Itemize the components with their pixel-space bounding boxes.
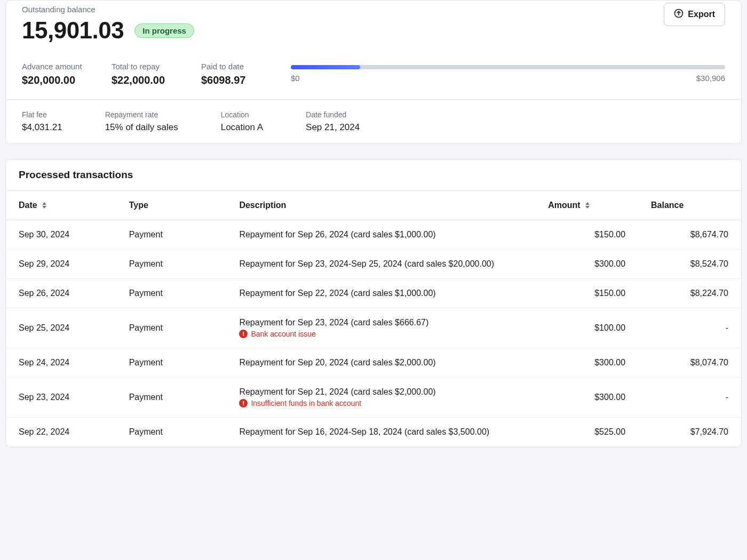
transactions-title: Processed transactions (19, 169, 728, 181)
metric-advance: Advance amount $20,000.00 (22, 62, 86, 86)
detail-value: 15% of daily sales (105, 122, 178, 133)
description-text: Repayment for Sep 20, 2024 (card sales $… (239, 358, 522, 367)
error-text: Insufficient funds in bank account (251, 399, 361, 407)
col-header-label: Balance (651, 201, 684, 210)
progress-min-label: $0 (291, 74, 300, 83)
detail-value: Location A (221, 122, 263, 133)
cell-description: Repayment for Sep 20, 2024 (card sales $… (226, 348, 535, 378)
export-button-label: Export (688, 10, 715, 19)
error-icon: ! (239, 330, 248, 338)
metric-value: $22,000.00 (112, 74, 176, 86)
transactions-card: Processed transactions Date (5, 159, 742, 447)
col-header-type: Type (116, 191, 227, 220)
cell-amount: $300.00 (535, 348, 638, 378)
cell-type: Payment (116, 220, 227, 250)
upload-icon (674, 9, 684, 20)
detail-label: Location (221, 110, 263, 119)
cell-date: Sep 26, 2024 (6, 279, 116, 308)
description-text: Repayment for Sep 23, 2024 (card sales $… (239, 318, 522, 327)
cell-amount: $150.00 (535, 279, 638, 308)
cell-amount: $525.00 (535, 418, 638, 447)
metric-paid: Paid to date $6098.97 (201, 62, 265, 86)
description-text: Repayment for Sep 23, 2024-Sep 25, 2024 … (239, 259, 522, 269)
progress-track (291, 65, 725, 69)
cell-description: Repayment for Sep 16, 2024-Sep 18, 2024 … (226, 418, 535, 447)
cell-date: Sep 30, 2024 (6, 220, 116, 250)
cell-balance: $8,674.70 (638, 220, 741, 250)
cell-date: Sep 22, 2024 (6, 418, 116, 447)
export-button[interactable]: Export (664, 3, 725, 26)
cell-description: Repayment for Sep 26, 2024 (card sales $… (226, 220, 535, 250)
cell-amount: $300.00 (535, 378, 638, 418)
metric-label: Paid to date (201, 62, 265, 71)
description-error: !Bank account issue (239, 330, 522, 338)
cell-date: Sep 29, 2024 (6, 250, 116, 279)
sort-icon (585, 202, 590, 209)
outstanding-balance-label: Outstanding balance (22, 5, 725, 14)
col-header-date[interactable]: Date (6, 191, 116, 220)
cell-description: Repayment for Sep 21, 2024 (card sales $… (226, 378, 535, 418)
detail-repayment-rate: Repayment rate 15% of daily sales (105, 110, 178, 133)
cell-amount: $150.00 (535, 220, 638, 250)
detail-value: $4,031.21 (22, 122, 62, 133)
metric-total: Total to repay $22,000.00 (112, 62, 176, 86)
description-error: !Insufficient funds in bank account (239, 399, 522, 407)
progress-fill (291, 65, 360, 69)
table-row[interactable]: Sep 23, 2024PaymentRepayment for Sep 21,… (6, 378, 741, 418)
cell-type: Payment (116, 250, 227, 279)
col-header-amount[interactable]: Amount (535, 191, 638, 220)
progress-max-label: $30,906 (696, 74, 725, 83)
cell-date: Sep 25, 2024 (6, 308, 116, 348)
table-row[interactable]: Sep 30, 2024PaymentRepayment for Sep 26,… (6, 220, 741, 250)
detail-date-funded: Date funded Sep 21, 2024 (306, 110, 360, 133)
cell-description: Repayment for Sep 22, 2024 (card sales $… (226, 279, 535, 308)
metric-value: $20,000.00 (22, 74, 86, 86)
cell-balance: $7,924.70 (638, 418, 741, 447)
table-row[interactable]: Sep 26, 2024PaymentRepayment for Sep 22,… (6, 279, 741, 308)
sort-icon (42, 202, 47, 209)
col-header-balance: Balance (638, 191, 741, 220)
cell-type: Payment (116, 418, 227, 447)
detail-flat-fee: Flat fee $4,031.21 (22, 110, 62, 133)
table-row[interactable]: Sep 24, 2024PaymentRepayment for Sep 20,… (6, 348, 741, 378)
cell-type: Payment (116, 308, 227, 348)
col-header-label: Amount (548, 201, 580, 210)
transactions-table: Date Type Description (6, 190, 741, 447)
cell-amount: $300.00 (535, 250, 638, 279)
description-text: Repayment for Sep 22, 2024 (card sales $… (239, 289, 522, 298)
metric-value: $6098.97 (201, 74, 265, 86)
detail-location: Location Location A (221, 110, 263, 133)
col-header-description: Description (226, 191, 535, 220)
col-header-label: Type (129, 201, 148, 210)
detail-label: Date funded (306, 110, 360, 119)
detail-label: Flat fee (22, 110, 62, 119)
table-row[interactable]: Sep 25, 2024PaymentRepayment for Sep 23,… (6, 308, 741, 348)
col-header-label: Description (239, 201, 286, 210)
error-text: Bank account issue (251, 330, 315, 338)
cell-description: Repayment for Sep 23, 2024 (card sales $… (226, 308, 535, 348)
status-badge: In progress (134, 23, 194, 38)
table-row[interactable]: Sep 22, 2024PaymentRepayment for Sep 16,… (6, 418, 741, 447)
description-text: Repayment for Sep 16, 2024-Sep 18, 2024 … (239, 427, 522, 437)
cell-type: Payment (116, 279, 227, 308)
description-text: Repayment for Sep 26, 2024 (card sales $… (239, 230, 522, 239)
cell-balance: $8,074.70 (638, 348, 741, 378)
metric-label: Total to repay (112, 62, 176, 71)
summary-card: Export Outstanding balance 15,901.03 In … (5, 0, 742, 144)
outstanding-balance-value: 15,901.03 (22, 17, 124, 44)
cell-description: Repayment for Sep 23, 2024-Sep 25, 2024 … (226, 250, 535, 279)
repayment-progress: $0 $30,906 (291, 62, 725, 83)
detail-value: Sep 21, 2024 (306, 122, 360, 133)
cell-amount: $100.00 (535, 308, 638, 348)
cell-balance: - (638, 378, 741, 418)
table-row[interactable]: Sep 29, 2024PaymentRepayment for Sep 23,… (6, 250, 741, 279)
cell-date: Sep 24, 2024 (6, 348, 116, 378)
cell-balance: $8,224.70 (638, 279, 741, 308)
cell-balance: - (638, 308, 741, 348)
cell-date: Sep 23, 2024 (6, 378, 116, 418)
metric-label: Advance amount (22, 62, 86, 71)
col-header-label: Date (19, 201, 37, 210)
error-icon: ! (239, 399, 248, 407)
cell-type: Payment (116, 378, 227, 418)
cell-type: Payment (116, 348, 227, 378)
